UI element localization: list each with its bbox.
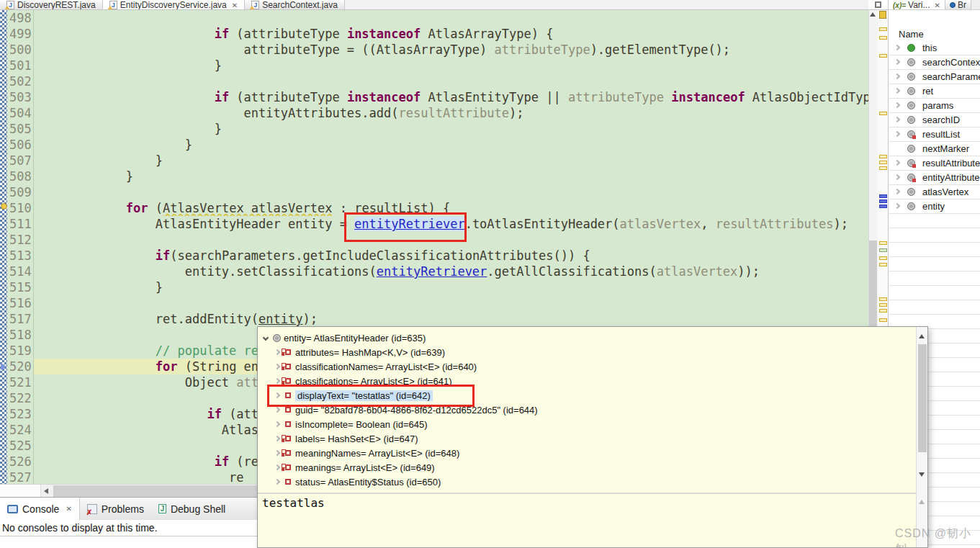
- editor-tab[interactable]: JDiscoveryREST.java: [0, 0, 103, 10]
- expand-chevron-icon[interactable]: [894, 45, 900, 50]
- popup-scroll-up-icon[interactable]: [919, 334, 925, 338]
- editor-tab[interactable]: JEntityDiscoveryService.java✕: [103, 0, 245, 10]
- expand-chevron-icon[interactable]: [894, 131, 900, 137]
- close-icon[interactable]: ✕: [232, 1, 238, 9]
- editor-tab[interactable]: JSearchContext.java: [245, 0, 345, 10]
- view-tab-variables[interactable]: (x)=Vari...✕: [889, 0, 945, 10]
- code-line[interactable]: 515 }: [0, 279, 868, 295]
- scroll-up-icon[interactable]: [870, 12, 876, 17]
- code-line[interactable]: 498: [0, 10, 868, 26]
- value-detail-pane[interactable]: testatlas: [258, 494, 916, 547]
- ruler-marker[interactable]: [879, 297, 887, 301]
- variable-row[interactable]: searchID: [889, 113, 980, 127]
- expand-chevron-icon[interactable]: [894, 117, 900, 122]
- ruler-marker[interactable]: [879, 199, 887, 203]
- expand-chevron-icon[interactable]: [274, 436, 280, 441]
- ruler-marker[interactable]: [879, 112, 887, 115]
- code-line[interactable]: 505 }: [0, 121, 868, 137]
- variable-row[interactable]: atlasVertex: [889, 185, 980, 199]
- console-tab-console[interactable]: Console✕: [0, 498, 80, 520]
- variable-row[interactable]: nextMarker: [889, 142, 980, 156]
- ruler-marker[interactable]: [879, 303, 887, 307]
- ruler-marker[interactable]: [879, 256, 887, 260]
- console-tab-problems[interactable]: Problems: [80, 498, 151, 520]
- ruler-marker[interactable]: [879, 155, 887, 158]
- inspection-tree-row[interactable]: attributes= HashMap<K,V> (id=639): [258, 346, 916, 360]
- inspection-tree-row[interactable]: labels= HashSet<E> (id=647): [258, 432, 916, 446]
- expand-chevron-icon[interactable]: [274, 450, 280, 456]
- ruler-marker[interactable]: [879, 36, 887, 40]
- code-line[interactable]: 504 entityAttributes.add(resultAttribute…: [0, 105, 868, 121]
- maximize-icon[interactable]: [875, 1, 881, 8]
- breakpoint-icon[interactable]: [1, 203, 7, 210]
- popup-scrollbar-thumb[interactable]: [918, 344, 927, 452]
- expand-chevron-icon[interactable]: [894, 189, 900, 194]
- code-line[interactable]: 499 if (attributeType instanceof AtlasAr…: [0, 26, 868, 42]
- ruler-marker[interactable]: [879, 161, 887, 164]
- variable-row[interactable]: params: [889, 99, 980, 113]
- variable-row[interactable]: resultAttribute: [889, 156, 980, 171]
- ruler-marker[interactable]: [879, 27, 887, 31]
- popup-scrollbar[interactable]: [916, 327, 927, 547]
- collapse-chevron-icon[interactable]: [263, 335, 269, 341]
- variable-row[interactable]: ret: [889, 84, 980, 99]
- variable-row[interactable]: searchParame: [889, 70, 980, 84]
- expand-chevron-icon[interactable]: [894, 88, 900, 94]
- expand-chevron-icon[interactable]: [274, 464, 280, 470]
- code-line[interactable]: 503 if (attributeType instanceof AtlasEn…: [0, 89, 868, 105]
- expand-chevron-icon[interactable]: [274, 364, 280, 369]
- popup-scroll-down-icon[interactable]: [919, 472, 925, 477]
- ruler-marker[interactable]: [879, 309, 887, 313]
- ruler-marker[interactable]: [879, 194, 887, 198]
- code-line[interactable]: 513 if(searchParameters.getIncludeClassi…: [0, 248, 868, 264]
- ruler-marker[interactable]: [879, 241, 887, 245]
- scroll-left-icon[interactable]: [44, 488, 48, 494]
- code-line[interactable]: 500 attributeType = ((AtlasArrayType) at…: [0, 42, 868, 58]
- code-line[interactable]: 501 }: [0, 58, 868, 73]
- ruler-marker[interactable]: [879, 54, 887, 58]
- inspection-tree-row[interactable]: status= AtlasEntity$Status (id=650): [258, 475, 916, 488]
- overview-ruler-header[interactable]: [879, 11, 886, 19]
- expand-chevron-icon[interactable]: [894, 203, 900, 209]
- inspection-tree-row[interactable]: meaningNames= ArrayList<E> (id=648): [258, 446, 916, 461]
- variable-row[interactable]: this: [889, 41, 980, 55]
- inspection-row-label: attributes= HashMap<K,V> (id=639): [295, 347, 445, 358]
- expand-chevron-icon[interactable]: [274, 407, 280, 413]
- variable-row[interactable]: searchContext: [889, 55, 980, 70]
- variable-row[interactable]: entityAttribute: [889, 171, 980, 185]
- expand-chevron-icon[interactable]: [274, 421, 280, 427]
- close-icon[interactable]: ✕: [66, 505, 71, 513]
- expand-chevron-icon[interactable]: [894, 102, 900, 108]
- close-icon[interactable]: ✕: [935, 1, 940, 9]
- ruler-marker[interactable]: [879, 263, 887, 266]
- view-tab-breakpoints[interactable]: Br: [945, 0, 971, 10]
- detail-scroll-up-icon[interactable]: [919, 500, 925, 504]
- code-line[interactable]: 509: [0, 184, 868, 200]
- expand-chevron-icon[interactable]: [274, 378, 280, 384]
- inspection-tree-row[interactable]: meanings= ArrayList<E> (id=649): [258, 461, 916, 475]
- expand-chevron-icon[interactable]: [894, 160, 900, 166]
- vertical-scrollbar-thumb[interactable]: [869, 241, 877, 331]
- variable-row[interactable]: entity: [889, 199, 980, 214]
- code-line[interactable]: 507 }: [0, 153, 868, 169]
- code-line[interactable]: 508 }: [0, 169, 868, 184]
- ruler-marker[interactable]: [879, 205, 887, 208]
- variable-row[interactable]: resultList: [889, 127, 980, 142]
- inspection-tree-row[interactable]: isIncomplete= Boolean (id=645): [258, 418, 916, 432]
- console-tab-debug-shell[interactable]: JDebug Shell: [151, 498, 233, 520]
- code-line[interactable]: 516: [0, 295, 868, 311]
- inspection-tree-row[interactable]: classificationNames= ArrayList<E> (id=64…: [258, 360, 916, 374]
- expand-chevron-icon[interactable]: [894, 174, 900, 180]
- code-line[interactable]: 514 entity.setClassifications(entityRetr…: [0, 264, 868, 279]
- ruler-marker[interactable]: [879, 166, 887, 170]
- expand-chevron-icon[interactable]: [274, 349, 280, 355]
- ruler-marker[interactable]: [879, 248, 887, 252]
- expand-chevron-icon[interactable]: [894, 59, 900, 65]
- expand-chevron-icon[interactable]: [894, 73, 900, 79]
- inspection-tree-row[interactable]: entity= AtlasEntityHeader (id=635): [258, 331, 916, 346]
- expand-chevron-icon[interactable]: [274, 479, 280, 485]
- code-line[interactable]: 502: [0, 73, 868, 89]
- code-line[interactable]: 517 ret.addEntity(entity);: [0, 311, 868, 327]
- ruler-marker[interactable]: [879, 318, 887, 322]
- code-line[interactable]: 506 }: [0, 137, 868, 153]
